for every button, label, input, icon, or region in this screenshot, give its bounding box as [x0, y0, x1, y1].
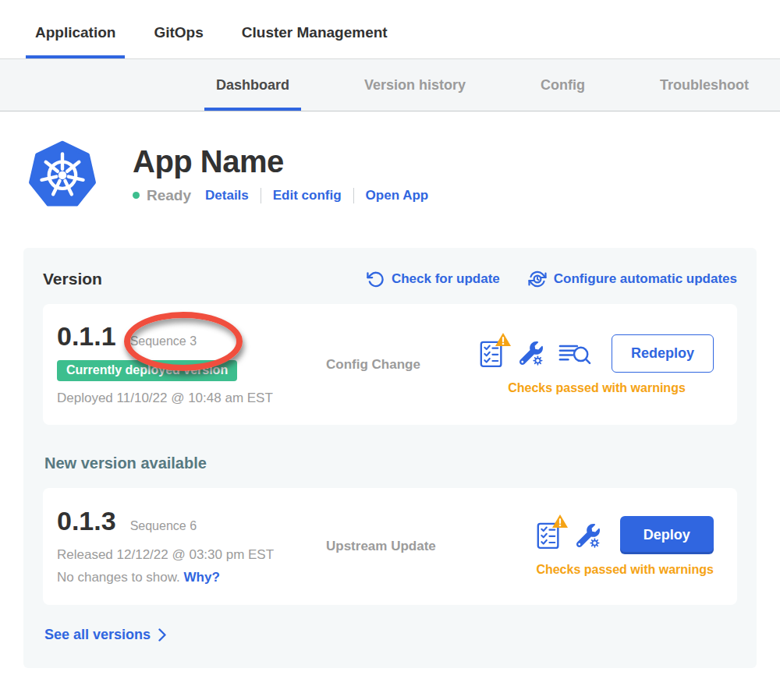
see-all-versions-label: See all versions	[44, 627, 151, 643]
version-source-label: Upstream Update	[326, 539, 466, 554]
version-panel: Version Check for update	[23, 248, 757, 668]
app-tab-bar: Dashboard Version history Config Trouble…	[0, 58, 780, 111]
available-sequence-label: Sequence 6	[130, 519, 197, 533]
current-sequence-label: Sequence 3	[130, 334, 197, 348]
preflight-checks-icon[interactable]	[537, 521, 561, 550]
kubernetes-logo-icon	[28, 138, 97, 210]
status-dot-icon	[133, 192, 140, 199]
checks-status-text: Checks passed with warnings	[508, 381, 686, 395]
current-version-card: 0.1.1 Sequence 3 Currently deployed vers…	[43, 304, 737, 425]
deployed-timestamp: Deployed 11/10/22 @ 10:48 am EST	[57, 391, 326, 406]
check-for-update-label: Check for update	[392, 271, 500, 287]
configure-auto-updates-link[interactable]: Configure automatic updates	[528, 270, 737, 288]
edit-config-link[interactable]: Edit config	[273, 188, 342, 203]
new-version-heading: New version available	[44, 454, 737, 472]
released-timestamp: Released 12/12/22 @ 03:30 pm EST	[57, 547, 326, 563]
page-title: App Name	[133, 144, 428, 179]
tab-config[interactable]: Config	[529, 59, 597, 111]
config-wrench-icon[interactable]	[576, 523, 600, 548]
redeploy-button[interactable]: Redeploy	[612, 334, 714, 373]
primary-nav: Application GitOps Cluster Management	[0, 0, 780, 58]
deployed-version-badge: Currently deployed version	[57, 360, 237, 381]
refresh-icon	[367, 270, 385, 288]
preflight-checks-icon[interactable]	[480, 339, 504, 368]
version-section-title: Version	[43, 270, 102, 288]
nav-gitops[interactable]: GitOps	[144, 0, 212, 58]
configure-auto-updates-label: Configure automatic updates	[554, 271, 737, 287]
details-link[interactable]: Details	[205, 188, 249, 203]
check-for-update-link[interactable]: Check for update	[367, 270, 500, 288]
see-all-versions-link[interactable]: See all versions	[44, 627, 166, 643]
available-version-number: 0.1.3	[57, 507, 116, 536]
warning-triangle-icon	[495, 332, 512, 347]
tab-dashboard[interactable]: Dashboard	[204, 59, 301, 111]
checks-status-text: Checks passed with warnings	[536, 563, 714, 577]
warning-triangle-icon	[551, 514, 569, 529]
why-link[interactable]: Why?	[184, 570, 220, 585]
deploy-logs-icon[interactable]	[558, 341, 591, 366]
tab-version-history[interactable]: Version history	[353, 59, 477, 111]
auto-update-icon	[528, 270, 547, 288]
tab-troubleshoot[interactable]: Troubleshoot	[648, 59, 760, 111]
app-header: App Name Ready Details Edit config Open …	[28, 138, 780, 210]
available-version-card: 0.1.3 Sequence 6 Released 12/12/22 @ 03:…	[43, 488, 737, 605]
status-text: Ready	[147, 187, 191, 204]
nav-application[interactable]: Application	[26, 0, 125, 58]
nav-cluster-management[interactable]: Cluster Management	[232, 0, 397, 58]
open-app-link[interactable]: Open App	[366, 188, 429, 203]
config-wrench-icon[interactable]	[519, 341, 543, 366]
divider	[261, 188, 261, 203]
no-changes-text: No changes to show.	[57, 570, 180, 585]
version-source-label: Config Change	[326, 357, 466, 373]
deploy-button[interactable]: Deploy	[620, 516, 714, 554]
current-version-number: 0.1.1	[57, 323, 116, 351]
divider	[353, 188, 354, 203]
chevron-right-icon	[158, 628, 166, 642]
